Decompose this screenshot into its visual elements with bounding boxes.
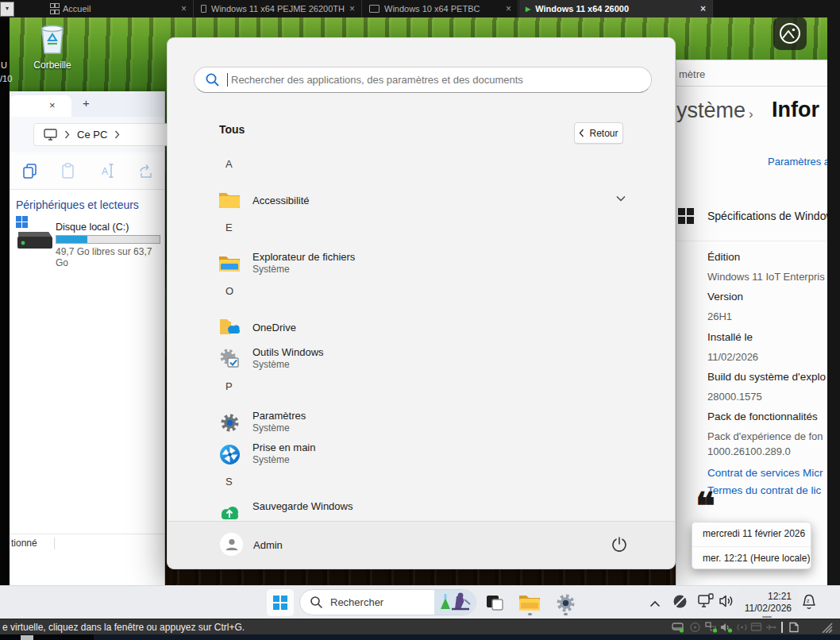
status-text-fragment: tionné [11,538,37,549]
spec-field: Version [707,291,743,303]
share-icon[interactable] [138,163,154,179]
notification-center[interactable]: z [800,592,818,615]
folder-icon [518,593,541,612]
search-input[interactable] [229,73,614,87]
app-list-item-parametres[interactable]: Paramètres Système [252,410,306,434]
taskbar-search[interactable]: Rechercher [299,589,476,615]
bottom-strip-highlight [21,635,33,640]
close-icon[interactable]: × [506,3,511,14]
task-view-button[interactable] [483,591,507,615]
close-icon[interactable]: × [49,99,56,111]
windows-logo-icon [678,208,694,224]
chevron-right-icon [64,130,70,139]
spec-value: 1000.26100.289.0 [707,445,791,457]
taskbar-file-explorer[interactable] [518,591,541,615]
start-button[interactable] [267,589,294,616]
spec-value: 28000.1575 [707,391,762,403]
address-field[interactable]: Ce PC [33,123,168,146]
explorer-toolbar: A [10,152,164,190]
settings-breadcrumb-parent[interactable]: ystème [676,98,746,123]
paste-icon[interactable] [60,163,76,179]
vm-tab-label: Windows 11 x64 26000 [535,4,629,13]
tray-show-hidden-icons[interactable] [649,596,661,611]
section-letter[interactable]: P [225,380,233,392]
edge-text-fragment: U [1,60,7,70]
vm-status-bar: e virtuelle, cliquez dans la fenêtre ou … [0,619,840,634]
vm-tab-2[interactable]: Windows 10 x64 PETBC × [363,0,518,17]
new-tab-button[interactable]: + [83,96,90,110]
vm-tab-active[interactable]: ▶ Windows 11 x64 26000 × [519,0,713,17]
card-divider [676,241,827,241]
vm-tab-bar: ▾ Accueil × Windows 11 x64 PEJME 26200TH… [0,0,840,17]
search-highlight-image [434,590,476,615]
vm-tab-label: Accueil [63,4,91,13]
vm-tab-1[interactable]: Windows 11 x64 PEJME 26200TH × [195,0,362,17]
tray-network[interactable] [697,593,715,612]
field-label: Édition [707,251,740,263]
spec-field: Édition [707,251,740,263]
spotlight-image-icon[interactable] [773,17,807,50]
app-list-item-outils-windows[interactable]: Outils Windows Système [252,346,324,370]
ms-services-link[interactable]: Contrat de services Micr [707,467,823,479]
left-dark-strip [0,17,10,619]
drive-name[interactable]: Disque local (C:) [56,222,129,233]
taskbar-search-label: Rechercher [330,596,383,608]
app-list-item-onedrive[interactable]: OneDrive [252,322,296,333]
app-list-item-explorateur[interactable]: Explorateur de fichiers Système [252,251,355,275]
local-disk-icon[interactable] [16,214,54,254]
avatar[interactable] [220,533,243,556]
power-button[interactable] [611,536,628,557]
spec-value: Pack d'expérience de fon [707,430,823,442]
recycle-bin-desktop-icon[interactable]: Corbeille [30,21,75,71]
app-name: Outils Windows [252,346,324,358]
section-letter[interactable]: O [225,285,233,297]
app-name: Prise en main [252,441,315,453]
file-explorer-window: × + Ce PC [10,91,165,585]
breadcrumb[interactable]: Ce PC [77,129,107,141]
image-icon [779,22,801,44]
settings-search-underline [676,86,827,87]
search-box[interactable] [194,67,652,93]
close-icon[interactable]: × [349,3,355,14]
related-settings-link[interactable]: Paramètres a [768,156,827,168]
recycle-bin-icon [36,21,69,56]
explorer-tab[interactable]: × [10,95,71,117]
vm-tab-label: Windows 11 x64 PEJME 26200TH [211,4,345,13]
accessibility-folder-icon [218,189,241,211]
explorer-bottom-area [10,553,164,585]
settings-search-fragment[interactable]: mètre [679,68,705,80]
running-indicator [564,613,568,615]
close-icon[interactable]: × [700,3,706,14]
ethernet-icon [697,593,715,609]
tray-status-slash[interactable] [672,593,688,613]
chevron-left-icon [579,129,584,137]
spec-value: 26H1 [707,310,732,322]
back-button[interactable]: Retour [574,122,623,144]
field-label: Version [707,291,743,303]
app-list-item-sauvegarde[interactable]: Sauvegarde Windows [252,500,353,512]
chevron-down-icon[interactable] [616,195,626,202]
field-label: Installé le [707,331,753,343]
spec-field: Pack de fonctionnalités [707,411,818,422]
license-terms-link[interactable]: Termes du contrat de lic [707,484,821,496]
section-letter[interactable]: A [225,158,233,170]
section-letter[interactable]: S [225,476,233,488]
user-name[interactable]: Admin [253,539,283,551]
section-letter[interactable]: E [225,222,233,233]
close-icon[interactable]: × [181,3,187,14]
screen: U /10 ▾ Accueil × Windows 11 x64 PEJME 2… [0,0,840,640]
vm-tab-home[interactable]: Accueil × [44,0,194,17]
taskbar-settings[interactable] [553,591,577,615]
tray-volume[interactable] [718,593,735,612]
field-label: Pack de fonctionnalités [707,411,818,422]
play-icon: ▶ [526,6,530,13]
windows-logo-icon [273,596,287,610]
status-divider [54,538,55,549]
taskbar-clock[interactable]: 12:21 11/02/2026 [737,588,797,616]
rename-icon[interactable]: A [98,163,116,179]
copy-icon[interactable] [22,163,38,179]
app-list-item-prise-en-main[interactable]: Prise en main Système [252,441,315,465]
tab-dropdown-button[interactable]: ▾ [0,2,14,17]
group-header[interactable]: Périphériques et lecteurs [16,199,139,211]
app-list-item-accessibilite[interactable]: Accessibilité [252,195,310,206]
